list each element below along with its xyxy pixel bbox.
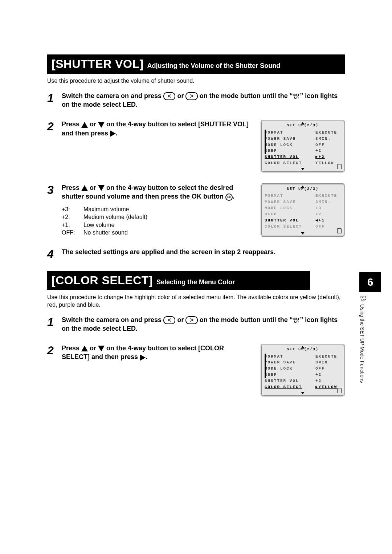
chapter-tab: 6 SETUP Using the SET UP Mode Functions [359, 272, 381, 386]
lcd-row: POWER SAVE3MIN. [265, 136, 341, 142]
chapter-label: SETUP Using the SET UP Mode Functions [359, 296, 367, 386]
heading-big: [SHUTTER VOL] [52, 57, 144, 71]
setup-icon: SETUP [293, 93, 300, 99]
right-arrow-icon [110, 130, 116, 137]
step-text: Press or on the 4-way button to select [… [62, 344, 253, 396]
down-arrow-icon [98, 185, 105, 191]
lcd-row: SHUTTER VOL+2 [265, 378, 341, 384]
intro-text: Use this procedure to change the highlig… [47, 294, 345, 309]
volume-option-row: OFF:No shutter sound [62, 229, 253, 237]
step-1: 1 Switch the camera on and press < or > … [47, 91, 345, 109]
sd-card-icon [337, 388, 342, 393]
heading-small: Adjusting the Volume of the Shutter Soun… [147, 62, 281, 70]
lcd-screen-2: SET UP(2/3) FORMATEXECUTEPOWER SAVE3MIN.… [261, 183, 345, 237]
step-text: Switch the camera on and press < or > on… [62, 315, 345, 333]
lcd-row: FORMATEXECUTE [265, 193, 341, 199]
volume-option-row: +3:Maximum volume [62, 205, 253, 213]
setup-icon: SETUP [360, 296, 367, 301]
lcd-row: BEEP+2 [265, 372, 341, 378]
lcd-row: SHUTTER VOL▶+2 [265, 154, 341, 160]
step-text: Switch the camera on and press < or > on… [62, 91, 345, 109]
s2-step-1: 1 Switch the camera on and press < or > … [47, 315, 345, 333]
lcd-row: MODE LOCK+3 [265, 205, 341, 211]
down-arrow-icon [98, 346, 105, 351]
mode-left-icon: < [163, 92, 175, 100]
chapter-number: 6 [359, 272, 381, 292]
intro-text: Use this procedure to adjust the volume … [47, 77, 345, 85]
lcd-row: MODE LOCKOFF [265, 142, 341, 148]
up-arrow-icon [81, 346, 88, 351]
step-number: 2 [47, 120, 62, 132]
step-text: Press or on the 4-way button to select [… [62, 120, 253, 172]
up-arrow-icon [81, 122, 88, 128]
lcd-row: POWER SAVE3MIN. [265, 359, 341, 366]
volume-option-row: +1:Low volume [62, 221, 253, 229]
heading-big: [COLOR SELECT] [52, 274, 153, 287]
lcd-row: COLOR SELECTOFF [265, 224, 341, 230]
ok-button-icon: OK [225, 194, 233, 201]
s2-step-2: 2 Press or on the 4-way button to select… [47, 344, 345, 396]
mode-right-icon: > [185, 92, 197, 100]
mode-left-icon: < [163, 316, 175, 324]
section-heading-color-select: [COLOR SELECT] Selecting the Menu Color [47, 271, 310, 290]
volume-option-row: +2:Medium volume (default) [62, 213, 253, 221]
lcd-row: COLOR SELECTYELLOW [265, 160, 341, 166]
sd-card-icon [337, 228, 342, 233]
lcd-row: SHUTTER VOL◀+1 [265, 217, 341, 224]
sd-card-icon [337, 164, 342, 169]
lcd-screen-1: SET UP(2/3) FORMATEXECUTEPOWER SAVE3MIN.… [261, 120, 345, 172]
setup-icon: SETUP [293, 317, 300, 323]
step-number: 3 [47, 183, 62, 196]
lcd-row: POWER SAVE3MIN. [265, 199, 341, 205]
step-number: 1 [47, 315, 62, 328]
up-arrow-icon [81, 185, 88, 191]
step-number: 2 [47, 344, 62, 356]
step-number: 1 [47, 91, 62, 104]
step-3: 3 Press or on the 4-way button to select… [47, 183, 345, 237]
step-number: 4 [47, 248, 62, 260]
section-heading-shutter-vol: [SHUTTER VOL] Adjusting the Volume of th… [47, 54, 345, 74]
lcd-row: FORMATEXECUTE [265, 130, 341, 136]
step-4: 4 The selected settings are applied and … [47, 248, 345, 260]
step-text: The selected settings are applied and th… [62, 248, 345, 256]
volume-options: +3:Maximum volume+2:Medium volume (defau… [62, 205, 253, 237]
right-arrow-icon [140, 354, 146, 361]
lcd-row: COLOR SELECT▶YELLOW [265, 384, 341, 390]
heading-small: Selecting the Menu Color [156, 278, 235, 286]
mode-right-icon: > [185, 316, 197, 324]
lcd-row: MODE LOCKOFF [265, 366, 341, 372]
lcd-row: BEEP+2 [265, 211, 341, 217]
lcd-row: FORMATEXECUTE [265, 354, 341, 360]
lcd-screen-3: SET UP(2/3) FORMATEXECUTEPOWER SAVE3MIN.… [261, 344, 345, 396]
step-2: 2 Press or on the 4-way button to select… [47, 120, 345, 172]
down-arrow-icon [98, 122, 105, 128]
lcd-row: BEEP+2 [265, 148, 341, 154]
